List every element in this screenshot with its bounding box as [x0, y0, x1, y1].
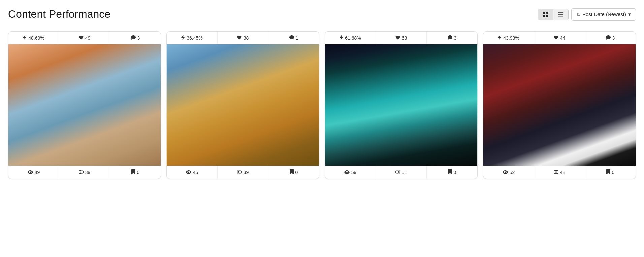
- stat-value: 0: [137, 170, 140, 175]
- card-card-2[interactable]: 36.45%38145390: [166, 31, 319, 179]
- stat-value: 52: [510, 170, 515, 175]
- svg-rect-5: [558, 14, 564, 15]
- stat-value: 3: [612, 35, 615, 41]
- card-stats-top: 43.93%443: [483, 32, 636, 44]
- eye-icon: [28, 170, 33, 175]
- stat-likes: 63: [376, 32, 427, 44]
- bookmark-icon: [606, 169, 610, 175]
- bolt-icon: [181, 35, 185, 41]
- grid-view-button[interactable]: [538, 9, 553, 20]
- stat-views: 52: [483, 166, 534, 179]
- eye-icon: [186, 170, 191, 175]
- stat-comments: 3: [427, 32, 477, 44]
- stat-engagement-rate: 61.68%: [325, 32, 376, 44]
- card-stats-bottom: 52480: [483, 166, 636, 179]
- stat-reach: 48: [534, 166, 585, 179]
- stat-saves: 0: [110, 166, 161, 179]
- grid-icon: [543, 12, 548, 17]
- bolt-icon: [498, 35, 502, 41]
- chevron-down-icon: ▾: [628, 11, 631, 17]
- comment-icon: [448, 35, 452, 41]
- comment-icon: [289, 35, 294, 41]
- stat-views: 59: [325, 166, 376, 179]
- stat-engagement-rate: 43.93%: [483, 32, 534, 44]
- list-view-button[interactable]: [553, 9, 568, 20]
- svg-rect-0: [543, 12, 545, 14]
- page-header: Content Performance ⇅ Post Da: [8, 8, 636, 21]
- stat-value: 44: [560, 35, 566, 41]
- svg-rect-3: [546, 15, 548, 17]
- svg-rect-1: [546, 12, 548, 14]
- globe-icon: [554, 170, 558, 175]
- stat-value: 45: [193, 170, 198, 175]
- stat-value: 0: [612, 170, 615, 175]
- list-icon: [558, 12, 564, 17]
- heart-icon: [79, 35, 84, 41]
- card-image: [8, 44, 161, 166]
- stat-comments: 3: [110, 32, 161, 44]
- svg-rect-4: [558, 12, 564, 13]
- stat-value: 0: [454, 170, 456, 175]
- stat-value: 51: [402, 170, 407, 175]
- globe-icon: [79, 170, 84, 175]
- stat-value: 49: [35, 170, 40, 175]
- stat-value: 59: [351, 170, 357, 175]
- stat-saves: 0: [268, 166, 319, 179]
- stat-saves: 0: [585, 166, 636, 179]
- sort-label: Post Date (Newest): [582, 11, 626, 17]
- stat-saves: 0: [427, 166, 477, 179]
- stat-engagement-rate: 36.45%: [167, 32, 218, 44]
- stat-value: 0: [295, 170, 298, 175]
- card-stats-bottom: 45390: [167, 166, 319, 179]
- heart-icon: [237, 35, 242, 41]
- bookmark-icon: [131, 169, 135, 175]
- bolt-icon: [23, 35, 27, 41]
- header-controls: ⇅ Post Date (Newest) ▾: [538, 8, 636, 21]
- card-stats-top: 36.45%381: [167, 32, 319, 44]
- stat-value: 36.45%: [187, 35, 202, 41]
- comment-icon: [131, 35, 136, 41]
- bolt-icon: [340, 35, 343, 41]
- stat-value: 39: [244, 170, 249, 175]
- stat-value: 49: [85, 35, 91, 41]
- stat-views: 49: [8, 166, 59, 179]
- stat-views: 45: [167, 166, 218, 179]
- globe-icon: [395, 170, 400, 175]
- stat-reach: 39: [218, 166, 268, 179]
- sort-dropdown[interactable]: ⇅ Post Date (Newest) ▾: [571, 8, 636, 21]
- heart-icon: [395, 35, 400, 41]
- stat-likes: 49: [59, 32, 110, 44]
- bookmark-icon: [448, 169, 452, 175]
- stat-value: 3: [454, 35, 457, 41]
- stat-value: 48: [560, 170, 566, 175]
- stat-comments: 3: [585, 32, 636, 44]
- globe-icon: [237, 170, 242, 175]
- stat-likes: 38: [218, 32, 268, 44]
- view-toggle: [538, 9, 569, 20]
- stat-value: 43.93%: [503, 35, 519, 41]
- card-image: [483, 44, 636, 166]
- card-image: [325, 44, 477, 166]
- stat-value: 1: [296, 35, 298, 41]
- eye-icon: [344, 170, 350, 175]
- card-image: [167, 44, 319, 166]
- eye-icon: [503, 170, 508, 175]
- card-card-1[interactable]: 48.60%49349390: [8, 31, 161, 179]
- comment-icon: [606, 35, 611, 41]
- stat-reach: 39: [59, 166, 110, 179]
- stat-value: 39: [85, 170, 91, 175]
- sort-icon: ⇅: [576, 12, 580, 17]
- card-stats-top: 48.60%493: [8, 32, 161, 44]
- stat-value: 61.68%: [345, 35, 361, 41]
- stat-value: 48.60%: [28, 35, 44, 41]
- page-title: Content Performance: [8, 8, 110, 21]
- stat-likes: 44: [534, 32, 585, 44]
- card-stats-top: 61.68%633: [325, 32, 477, 44]
- card-stats-bottom: 59510: [325, 166, 477, 179]
- card-card-4[interactable]: 43.93%44352480: [483, 31, 636, 179]
- cards-grid: 48.60%4934939036.45%3814539061.68%633595…: [8, 31, 636, 179]
- stat-value: 63: [402, 35, 407, 41]
- card-stats-bottom: 49390: [8, 166, 161, 179]
- stat-value: 38: [244, 35, 249, 41]
- card-card-3[interactable]: 61.68%63359510: [325, 31, 478, 179]
